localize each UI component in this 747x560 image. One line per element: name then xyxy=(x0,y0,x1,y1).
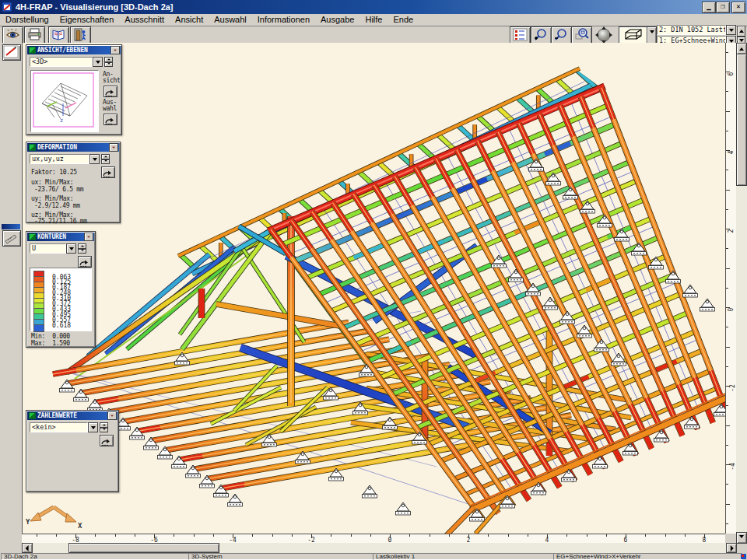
scroll-down-button[interactable] xyxy=(736,532,747,544)
ruler-tick xyxy=(726,131,728,131)
spin-down[interactable] xyxy=(104,62,113,68)
panel-deformation-titlebar[interactable]: DEFORMATION xyxy=(27,143,119,152)
apply-konturen-button[interactable] xyxy=(78,256,92,268)
axis-y-label: Y xyxy=(26,518,30,526)
view-selector-arrow[interactable] xyxy=(93,57,103,67)
ruler-tick xyxy=(726,268,730,269)
panel-ansicht-ebenen: ANSICHT/EBENEN <3D> z xyxy=(26,44,122,135)
panel-collapse-button[interactable] xyxy=(84,233,93,241)
panel-zahlenwerte: ZAHLENWERTE <kein> xyxy=(26,410,119,492)
menu-item-hilfe[interactable]: Hilfe xyxy=(359,14,388,26)
redline-tool-button[interactable] xyxy=(2,44,21,61)
svg-text:z: z xyxy=(60,117,63,124)
status-icon xyxy=(741,554,746,559)
panel-collapse-button[interactable] xyxy=(107,411,117,420)
apply-view-button[interactable] xyxy=(103,86,117,97)
spin-down[interactable] xyxy=(78,249,86,254)
scroll-left-button[interactable] xyxy=(22,543,33,553)
zahlenwerte-combo[interactable]: <kein> xyxy=(30,422,98,432)
menu-item-ausgabe[interactable]: Ausgabe xyxy=(315,14,359,26)
view-3d-box-dropdown[interactable] xyxy=(647,26,657,44)
panel-collapse-button[interactable] xyxy=(109,143,118,152)
loadcase-combo-top[interactable]: 2: DIN 1052 Lastfall HZ (Th. 1. ( xyxy=(657,25,736,35)
maximize-button[interactable]: ❒ xyxy=(716,2,730,13)
menu-item-eigenschaften[interactable]: Eigenschaften xyxy=(54,14,120,26)
minimized-panel-titlebar[interactable] xyxy=(2,224,20,229)
status-system: 3D-System xyxy=(188,553,374,560)
ruler-label: 0 xyxy=(728,308,735,312)
menu-item-informationen[interactable]: Informationen xyxy=(252,14,315,26)
measure-tool-button[interactable] xyxy=(2,230,21,247)
view-3d-box-button[interactable] xyxy=(619,26,648,44)
ruler-tick xyxy=(292,534,293,537)
scroll-up-button[interactable] xyxy=(736,43,747,54)
model-canvas[interactable]: YX xyxy=(22,43,726,534)
panel-zahlenwerte-titlebar[interactable]: ZAHLENWERTE xyxy=(27,411,117,420)
zahlenwerte-combo-arrow[interactable] xyxy=(88,422,98,432)
ruler-tick xyxy=(726,288,728,289)
ruler-tick xyxy=(726,209,728,210)
panel-konturen-titlebar[interactable]: KONTUREN xyxy=(27,233,94,241)
apply-deformation-button[interactable] xyxy=(101,166,115,178)
exit-door-button[interactable] xyxy=(70,26,91,44)
vertical-scrollbar[interactable] xyxy=(736,43,747,543)
ruler-tick xyxy=(56,534,57,537)
apply-selection-button[interactable] xyxy=(103,114,117,125)
ruler-tick xyxy=(726,405,728,406)
ruler-tick xyxy=(645,534,646,537)
horizontal-scroll-thumb[interactable] xyxy=(68,543,219,553)
ruler-tick xyxy=(726,347,730,348)
ruler-tick xyxy=(409,534,410,537)
print-button[interactable] xyxy=(24,26,45,44)
konturen-spinner[interactable] xyxy=(78,243,86,254)
loadcase-combo-top-arrow[interactable] xyxy=(726,25,736,35)
horizontal-scrollbar[interactable] xyxy=(22,543,736,553)
status-loadcase: EG+Schnee+Wind>X+Verkehr xyxy=(553,553,742,560)
view-thumbnail[interactable]: z xyxy=(30,70,99,132)
report-book-button[interactable] xyxy=(48,26,69,44)
zoom-out-button[interactable] xyxy=(551,26,572,44)
minimize-button[interactable]: ▁ xyxy=(702,2,716,13)
display-options-tree-button[interactable] xyxy=(510,26,531,44)
axis-x-label: X xyxy=(78,522,82,530)
ruler-tick xyxy=(566,534,567,537)
zoom-in-button[interactable] xyxy=(531,26,552,44)
panel-collapse-button[interactable] xyxy=(110,46,120,54)
ruler-label: -2 xyxy=(729,384,736,392)
deformation-combo-arrow[interactable] xyxy=(89,154,100,164)
contour-scale: 0.0630.1250.1870.2480.3100.3720.4330.495… xyxy=(30,268,92,331)
zoom-window-button[interactable] xyxy=(571,26,592,44)
view-eye-button[interactable] xyxy=(2,26,23,44)
title-bar[interactable]: 4H-FRAP - Visualisierung [3D-Dach 2a] ▁ … xyxy=(0,0,747,14)
ruler-tick xyxy=(194,534,195,537)
ruler-tick xyxy=(685,534,686,537)
menu-item-ausschnitt[interactable]: Ausschnitt xyxy=(119,14,170,26)
vertical-scroll-thumb[interactable] xyxy=(736,54,747,186)
close-button[interactable]: ✕ xyxy=(731,2,745,13)
spin-up[interactable] xyxy=(737,26,745,37)
window-title: 4H-FRAP - Visualisierung [3D-Dach 2a] xyxy=(12,2,174,12)
scroll-right-button[interactable] xyxy=(726,543,737,553)
ruler-tick xyxy=(213,534,214,537)
ruler-tick xyxy=(449,534,450,537)
menu-item-ansicht[interactable]: Ansicht xyxy=(170,14,209,26)
panel-deformation: DEFORMATION ux,uy,uz Faktor: 10.25 ux: M… xyxy=(26,142,121,223)
apply-zahlenwerte-button[interactable] xyxy=(100,435,114,446)
menu-item-darstellung[interactable]: Darstellung xyxy=(0,14,54,26)
menu-item-auswahl[interactable]: Auswahl xyxy=(209,14,252,26)
ruler-tick xyxy=(587,534,587,537)
view-selector-combo[interactable]: <3D> xyxy=(30,57,103,67)
konturen-combo[interactable]: U xyxy=(30,243,76,254)
ruler-tick xyxy=(726,504,730,505)
zahlenwerte-spinner[interactable] xyxy=(100,422,108,432)
ruler-tick xyxy=(726,484,728,485)
deformation-spinner[interactable] xyxy=(101,154,110,164)
panel-ansicht-titlebar[interactable]: ANSICHT/EBENEN xyxy=(27,46,121,54)
deformation-combo[interactable]: ux,uy,uz xyxy=(30,154,100,164)
view-spinner[interactable] xyxy=(104,57,113,67)
konturen-combo-arrow[interactable] xyxy=(66,243,76,254)
spin-down[interactable] xyxy=(100,428,108,433)
ruler-tick xyxy=(726,366,728,367)
spin-down[interactable] xyxy=(101,159,110,165)
menu-item-ende[interactable]: Ende xyxy=(388,14,419,26)
